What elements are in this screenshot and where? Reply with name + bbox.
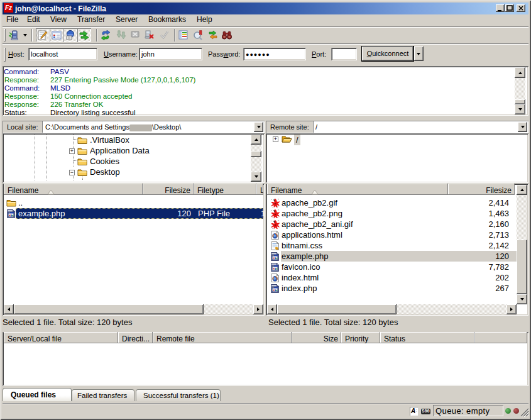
- svg-text:Fz: Fz: [5, 4, 12, 11]
